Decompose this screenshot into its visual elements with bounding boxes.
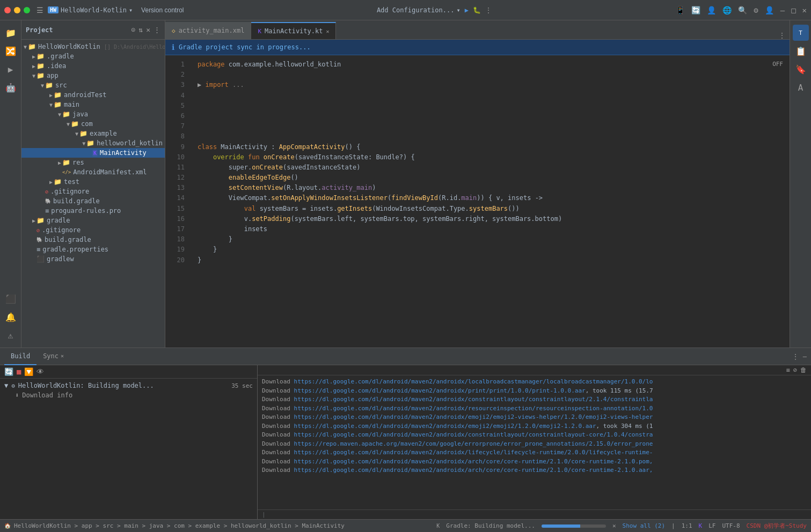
tree-main[interactable]: ▼ 📁 main [21, 100, 165, 109]
run-activity-icon[interactable]: ▶ [3, 61, 19, 77]
collapse-icon[interactable]: ⇅ [138, 26, 143, 34]
issues-activity-icon[interactable]: ⚠ [3, 327, 19, 343]
encoding-label[interactable]: UTF-8 [722, 522, 740, 529]
right-panel-icon-1[interactable]: T [793, 25, 809, 41]
cancel-build-icon[interactable]: ✕ [612, 522, 616, 529]
show-all-label[interactable]: Show all (2) [623, 522, 665, 529]
close-button[interactable] [4, 7, 11, 13]
more-icon[interactable]: ⋮ [485, 6, 492, 14]
device-icon[interactable]: 📱 [676, 6, 685, 14]
log-scroll-icon[interactable]: ≡ [786, 366, 790, 374]
sidebar-header-icons: ⊙ ⇅ ✕ ⋮ [131, 26, 160, 34]
close-window-icon[interactable]: ✕ [802, 6, 807, 14]
code-line-20: } [198, 255, 783, 265]
log-link-2[interactable]: https://dl.google.com/dl/android/maven2/… [294, 387, 586, 394]
add-configuration-button[interactable]: Add Configuration... ▾ [377, 6, 461, 14]
close-sidebar-icon[interactable]: ✕ [146, 26, 150, 34]
minimize-panel-icon[interactable]: — [803, 353, 807, 360]
commit-activity-icon[interactable]: 🔀 [3, 43, 19, 59]
refresh-build-icon[interactable]: 🔄 [4, 367, 13, 376]
right-panel-icon-3[interactable]: 🔖 [793, 61, 809, 77]
log-link-9[interactable]: https://dl.google.com/dl/android/maven2/… [294, 449, 653, 456]
tree-buildgradle-root[interactable]: ▶ 🐘 build.gradle [21, 235, 165, 245]
tree-androidmanifest[interactable]: ▶ </> AndroidManifest.xml [21, 167, 165, 177]
tree-gradlew[interactable]: ▶ ⬛ gradlew [21, 254, 165, 264]
code-line-14: ViewCompat.setOnApplyWindowInsetsListene… [198, 193, 783, 203]
log-link-3[interactable]: https://dl.google.com/dl/android/maven2/… [294, 396, 653, 403]
tree-gradle-hidden[interactable]: ▶ 📁 .gradle [21, 51, 165, 61]
tab-mainactivity[interactable]: K MainActivity.kt ✕ [251, 22, 336, 39]
debug-icon[interactable]: 🐛 [473, 6, 481, 14]
tree-gitignore-root[interactable]: ▶ ⊘ .gitignore [21, 225, 165, 235]
log-content[interactable]: Download https://dl.google.com/dl/androi… [258, 375, 811, 509]
close-sync-tab-icon[interactable]: ✕ [61, 353, 64, 359]
tab-more-actions[interactable]: ⋮ [779, 32, 790, 39]
close-tab-icon[interactable]: ✕ [326, 28, 329, 34]
profile-icon[interactable]: 👤 [707, 6, 716, 14]
log-link-7[interactable]: https://dl.google.com/dl/android/maven2/… [294, 431, 653, 438]
account-icon[interactable]: 👤 [765, 6, 774, 14]
lf-label[interactable]: LF [708, 522, 715, 529]
terminal-activity-icon[interactable]: ⬛ [3, 291, 19, 307]
build-tab[interactable]: Build [4, 348, 36, 365]
run-icon[interactable]: ▶ [465, 6, 469, 14]
project-dropdown-icon[interactable]: ▾ [129, 6, 133, 14]
project-activity-icon[interactable]: 📁 [3, 25, 19, 41]
right-panel-icon-4[interactable]: A [793, 79, 809, 95]
tree-mainactivity[interactable]: K MainActivity [21, 148, 165, 158]
log-filter-icon[interactable]: ⊘ [793, 366, 797, 374]
gear-sidebar-icon[interactable]: ⋮ [154, 26, 160, 34]
tree-helloworld-kotlin[interactable]: ▼ 📁 helloworld_kotlin [21, 138, 165, 148]
restore-window-icon[interactable]: □ [791, 6, 795, 14]
tree-gitignore-app[interactable]: ▶ ⊘ .gitignore [21, 187, 165, 196]
sync-icon[interactable]: 🔄 [691, 6, 700, 14]
code-content[interactable]: OFF package com.example.helloworld_kotli… [191, 55, 790, 348]
tree-test[interactable]: ▶ 📁 test [21, 177, 165, 187]
build-status-label: Gradle: Building model... [446, 522, 535, 529]
search-icon[interactable]: 🔍 [738, 6, 747, 14]
log-link-10[interactable]: https://dl.google.com/dl/android/maven2/… [294, 458, 653, 465]
tree-src[interactable]: ▼ 📁 src [21, 80, 165, 90]
tree-gradle-root[interactable]: ▶ 📁 gradle [21, 216, 165, 225]
tree-java[interactable]: ▼ 📁 java [21, 109, 165, 119]
maximize-button[interactable] [24, 7, 30, 13]
log-line-5: Download https://dl.google.com/dl/androi… [262, 413, 807, 422]
locate-icon[interactable]: ⊙ [131, 26, 136, 34]
translate-icon[interactable]: 🌐 [722, 6, 732, 14]
hamburger-icon[interactable]: ☰ [36, 6, 43, 14]
log-link-1[interactable]: https://dl.google.com/dl/android/maven2/… [294, 378, 653, 385]
code-editor[interactable]: 1 2 3 4 5 6 7 8 9 10 11 12 13 14 15 16 1… [165, 55, 790, 348]
android-activity-icon[interactable]: 🤖 [3, 79, 19, 95]
log-link-4[interactable]: https://dl.google.com/dl/android/maven2/… [294, 405, 653, 412]
settings-icon[interactable]: ⚙ [754, 6, 758, 14]
minimize-window-icon[interactable]: — [780, 6, 785, 14]
tree-app[interactable]: ▼ 📁 app [21, 71, 165, 80]
tree-idea[interactable]: ▶ 📁 .idea [21, 61, 165, 71]
log-link-8[interactable]: https://repo.maven.apache.org/maven2/com… [294, 440, 653, 447]
tree-res[interactable]: ▶ 📁 res [21, 158, 165, 167]
tree-androidtest[interactable]: ▶ 📁 androidTest [21, 90, 165, 100]
watch-build-icon[interactable]: 👁 [36, 367, 44, 376]
more-actions-icon[interactable]: ⋮ [792, 353, 799, 360]
tree-root[interactable]: ▼ 📁 HelloWorldKotlin [] D:\Android\Hello… [21, 42, 165, 51]
minimize-button[interactable] [14, 7, 20, 13]
log-link-5[interactable]: https://dl.google.com/dl/android/maven2/… [294, 413, 653, 420]
tree-proguard[interactable]: ▶ ≡ proguard-rules.pro [21, 206, 165, 216]
tree-gradle-properties[interactable]: ▶ ≡ gradle.properties [21, 245, 165, 254]
filter-build-icon[interactable]: 🔽 [24, 367, 33, 376]
right-panel-icon-2[interactable]: 📋 [793, 43, 809, 59]
progress-bar-fill [542, 524, 580, 528]
tab-activity-main[interactable]: ◇ activity_main.xml [165, 22, 251, 39]
log-clear-icon[interactable]: 🗑 [800, 366, 807, 374]
log-link-11[interactable]: https://dl.google.com/dl/android/maven2/… [294, 467, 653, 474]
sync-tab[interactable]: Sync ✕ [36, 348, 70, 365]
tree-example[interactable]: ▼ 📁 example [21, 129, 165, 138]
tree-com[interactable]: ▼ 📁 com [21, 119, 165, 129]
notifications-activity-icon[interactable]: 🔔 [3, 309, 19, 325]
position-label[interactable]: 1:1 [682, 522, 692, 529]
log-link-6[interactable]: https://dl.google.com/dl/android/maven2/… [294, 423, 596, 430]
build-item-main[interactable]: ▼ ⚙ HelloWorldKotlin: Building model... … [4, 381, 253, 390]
tree-buildgradle-app[interactable]: ▶ 🐘 build.gradle [21, 196, 165, 206]
stop-build-icon[interactable]: ■ [17, 367, 21, 376]
vcs-button[interactable]: Version control [141, 6, 184, 14]
